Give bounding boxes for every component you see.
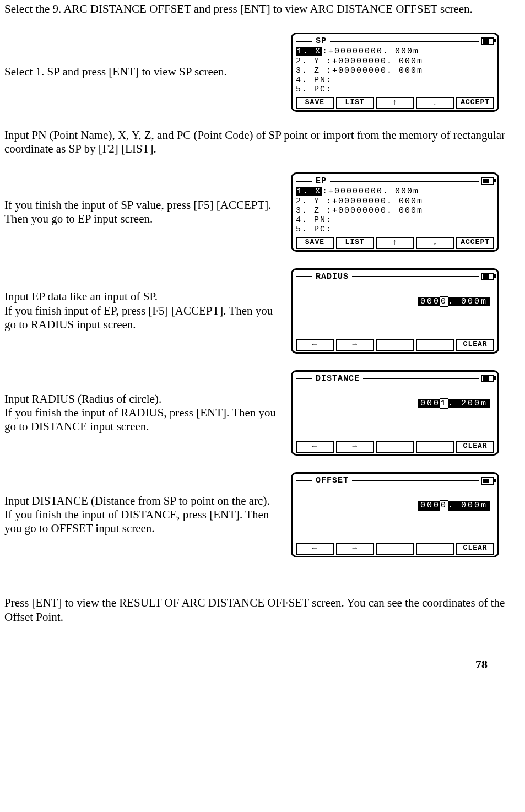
softkey-save[interactable]: SAVE	[296, 97, 334, 109]
step-radius-text: Input EP data like an input of SP. If yo…	[4, 290, 280, 332]
arrow-right-icon: →	[352, 544, 357, 553]
softkey-row: ← → CLEAR	[296, 441, 494, 453]
softkey-right[interactable]: →	[336, 339, 374, 351]
screen-title: OFFSET	[312, 476, 352, 485]
intro-paragraph: Select the 9. ARC DISTANCE OFFSET and pr…	[4, 2, 521, 16]
softkey-down[interactable]: ↓	[416, 97, 454, 109]
arrow-left-icon: ←	[312, 442, 317, 451]
step-offset-text: Input DISTANCE (Distance from SP to poin…	[4, 494, 280, 536]
softkey-empty	[416, 339, 454, 351]
selected-row: 1. X	[296, 187, 322, 196]
battery-icon	[481, 477, 494, 485]
input-value-row[interactable]: 0001. 200m	[296, 399, 494, 408]
softkey-left[interactable]: ←	[296, 441, 334, 453]
selected-row: 1. X	[296, 47, 322, 56]
softkey-row: ← → CLEAR	[296, 543, 494, 555]
value-pc: 5. PC:	[296, 225, 494, 234]
value-z: 3. Z :+00000000. 000m	[296, 206, 494, 215]
ep-screen: EP 1. X:+00000000. 000m 2. Y :+00000000.…	[291, 172, 499, 252]
value-pn: 4. PN:	[296, 215, 494, 225]
cursor-char: 0	[440, 297, 448, 306]
softkey-clear[interactable]: CLEAR	[456, 339, 494, 351]
value-x: :+00000000. 000m	[322, 47, 419, 56]
value-right: . 000m	[448, 501, 488, 510]
softkey-empty	[416, 441, 454, 453]
softkey-empty	[376, 441, 414, 453]
softkey-accept[interactable]: ACCEPT	[456, 237, 494, 249]
softkey-right[interactable]: →	[336, 543, 374, 555]
value-left: 000	[420, 501, 440, 510]
softkey-empty	[376, 543, 414, 555]
softkey-row: ← → CLEAR	[296, 339, 494, 351]
screen-title: EP	[312, 176, 330, 186]
step-ep-text: If you finish the input of SP value, pre…	[4, 198, 280, 226]
arrow-up-icon: ↑	[392, 238, 397, 247]
battery-icon	[481, 375, 494, 382]
softkey-right[interactable]: →	[336, 441, 374, 453]
battery-icon	[481, 177, 494, 185]
input-value-row[interactable]: 0000. 000m	[296, 501, 494, 510]
value-pc: 5. PC:	[296, 85, 494, 94]
arrow-right-icon: →	[352, 442, 357, 451]
softkey-row: SAVE LIST ↑ ↓ ACCEPT	[296, 237, 494, 249]
screen-title: RADIUS	[312, 272, 352, 282]
arrow-right-icon: →	[352, 340, 357, 349]
step-distance-text: Input RADIUS (Radius of circle). If you …	[4, 392, 280, 434]
value-left: 000	[420, 297, 440, 306]
arrow-left-icon: ←	[312, 340, 317, 349]
value-right: . 000m	[448, 297, 488, 306]
arrow-left-icon: ←	[312, 544, 317, 553]
softkey-list[interactable]: LIST	[336, 237, 374, 249]
value-y: 2. Y :+00000000. 000m	[296, 197, 494, 206]
input-value-row[interactable]: 0000. 000m	[296, 297, 494, 306]
screen-title: SP	[312, 36, 330, 46]
softkey-clear[interactable]: CLEAR	[456, 441, 494, 453]
softkey-row: SAVE LIST ↑ ↓ ACCEPT	[296, 97, 494, 109]
value-right: . 200m	[448, 399, 488, 408]
value-y: 2. Y :+00000000. 000m	[296, 57, 494, 66]
cursor-char: 0	[440, 501, 448, 510]
softkey-empty	[416, 543, 454, 555]
arrow-up-icon: ↑	[392, 98, 397, 107]
cursor-char: 1	[440, 399, 448, 408]
page-number: 78	[4, 657, 521, 672]
softkey-down[interactable]: ↓	[416, 237, 454, 249]
arrow-down-icon: ↓	[432, 98, 437, 107]
softkey-up[interactable]: ↑	[376, 237, 414, 249]
battery-icon	[481, 273, 494, 280]
screen-title: DISTANCE	[312, 374, 363, 383]
value-left: 000	[420, 399, 440, 408]
softkey-save[interactable]: SAVE	[296, 237, 334, 249]
final-paragraph: Press [ENT] to view the RESULT OF ARC DI…	[4, 596, 521, 624]
arrow-down-icon: ↓	[432, 238, 437, 247]
battery-icon	[481, 37, 494, 45]
step-pn-text: Input PN (Point Name), X, Y, Z, and PC (…	[4, 128, 521, 156]
softkey-list[interactable]: LIST	[336, 97, 374, 109]
distance-screen: DISTANCE 0001. 200m ← → CLEAR	[291, 370, 499, 456]
value-x: :+00000000. 000m	[322, 187, 419, 196]
softkey-clear[interactable]: CLEAR	[456, 543, 494, 555]
value-pn: 4. PN:	[296, 75, 494, 85]
radius-screen: RADIUS 0000. 000m ← → CLEAR	[291, 268, 499, 354]
offset-screen: OFFSET 0000. 000m ← → CLEAR	[291, 472, 499, 557]
softkey-up[interactable]: ↑	[376, 97, 414, 109]
value-z: 3. Z :+00000000. 000m	[296, 66, 494, 75]
step-sp-text: Select 1. SP and press [ENT] to view SP …	[4, 65, 280, 79]
softkey-left[interactable]: ←	[296, 339, 334, 351]
softkey-accept[interactable]: ACCEPT	[456, 97, 494, 109]
softkey-left[interactable]: ←	[296, 543, 334, 555]
sp-screen: SP 1. X:+00000000. 000m 2. Y :+00000000.…	[291, 33, 499, 112]
softkey-empty	[376, 339, 414, 351]
